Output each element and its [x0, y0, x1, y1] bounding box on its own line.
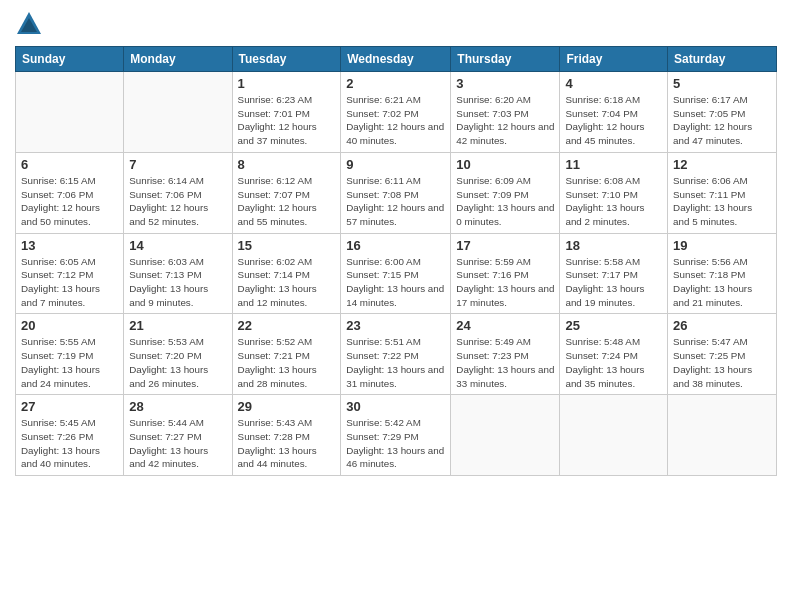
day-number: 10 — [456, 157, 554, 172]
calendar-day-cell: 28Sunrise: 5:44 AM Sunset: 7:27 PM Dayli… — [124, 395, 232, 476]
calendar-day-cell: 6Sunrise: 6:15 AM Sunset: 7:06 PM Daylig… — [16, 152, 124, 233]
day-info: Sunrise: 6:03 AM Sunset: 7:13 PM Dayligh… — [129, 255, 226, 310]
day-number: 12 — [673, 157, 771, 172]
day-info: Sunrise: 5:52 AM Sunset: 7:21 PM Dayligh… — [238, 335, 336, 390]
calendar-day-cell: 26Sunrise: 5:47 AM Sunset: 7:25 PM Dayli… — [668, 314, 777, 395]
calendar-week-row: 13Sunrise: 6:05 AM Sunset: 7:12 PM Dayli… — [16, 233, 777, 314]
calendar-day-cell: 8Sunrise: 6:12 AM Sunset: 7:07 PM Daylig… — [232, 152, 341, 233]
day-number: 27 — [21, 399, 118, 414]
day-info: Sunrise: 6:18 AM Sunset: 7:04 PM Dayligh… — [565, 93, 662, 148]
day-number: 5 — [673, 76, 771, 91]
day-info: Sunrise: 6:11 AM Sunset: 7:08 PM Dayligh… — [346, 174, 445, 229]
day-number: 24 — [456, 318, 554, 333]
day-number: 20 — [21, 318, 118, 333]
calendar-day-cell: 24Sunrise: 5:49 AM Sunset: 7:23 PM Dayli… — [451, 314, 560, 395]
calendar-week-row: 1Sunrise: 6:23 AM Sunset: 7:01 PM Daylig… — [16, 72, 777, 153]
calendar-week-row: 20Sunrise: 5:55 AM Sunset: 7:19 PM Dayli… — [16, 314, 777, 395]
calendar-day-cell — [451, 395, 560, 476]
day-info: Sunrise: 6:23 AM Sunset: 7:01 PM Dayligh… — [238, 93, 336, 148]
weekday-header: Tuesday — [232, 47, 341, 72]
day-info: Sunrise: 5:59 AM Sunset: 7:16 PM Dayligh… — [456, 255, 554, 310]
day-number: 21 — [129, 318, 226, 333]
weekday-row: SundayMondayTuesdayWednesdayThursdayFrid… — [16, 47, 777, 72]
calendar-day-cell: 19Sunrise: 5:56 AM Sunset: 7:18 PM Dayli… — [668, 233, 777, 314]
calendar-day-cell: 15Sunrise: 6:02 AM Sunset: 7:14 PM Dayli… — [232, 233, 341, 314]
day-info: Sunrise: 6:05 AM Sunset: 7:12 PM Dayligh… — [21, 255, 118, 310]
logo — [15, 10, 47, 38]
header — [15, 10, 777, 38]
day-number: 8 — [238, 157, 336, 172]
calendar-day-cell: 29Sunrise: 5:43 AM Sunset: 7:28 PM Dayli… — [232, 395, 341, 476]
calendar-day-cell — [16, 72, 124, 153]
day-number: 23 — [346, 318, 445, 333]
calendar-day-cell: 16Sunrise: 6:00 AM Sunset: 7:15 PM Dayli… — [341, 233, 451, 314]
calendar-day-cell — [668, 395, 777, 476]
day-info: Sunrise: 6:20 AM Sunset: 7:03 PM Dayligh… — [456, 93, 554, 148]
day-number: 2 — [346, 76, 445, 91]
day-number: 4 — [565, 76, 662, 91]
calendar-day-cell: 10Sunrise: 6:09 AM Sunset: 7:09 PM Dayli… — [451, 152, 560, 233]
calendar-day-cell: 5Sunrise: 6:17 AM Sunset: 7:05 PM Daylig… — [668, 72, 777, 153]
day-info: Sunrise: 6:21 AM Sunset: 7:02 PM Dayligh… — [346, 93, 445, 148]
day-info: Sunrise: 5:55 AM Sunset: 7:19 PM Dayligh… — [21, 335, 118, 390]
calendar-body: 1Sunrise: 6:23 AM Sunset: 7:01 PM Daylig… — [16, 72, 777, 476]
calendar-day-cell: 3Sunrise: 6:20 AM Sunset: 7:03 PM Daylig… — [451, 72, 560, 153]
day-number: 11 — [565, 157, 662, 172]
calendar-day-cell: 22Sunrise: 5:52 AM Sunset: 7:21 PM Dayli… — [232, 314, 341, 395]
calendar-table: SundayMondayTuesdayWednesdayThursdayFrid… — [15, 46, 777, 476]
calendar-day-cell: 25Sunrise: 5:48 AM Sunset: 7:24 PM Dayli… — [560, 314, 668, 395]
calendar-day-cell: 13Sunrise: 6:05 AM Sunset: 7:12 PM Dayli… — [16, 233, 124, 314]
day-info: Sunrise: 5:43 AM Sunset: 7:28 PM Dayligh… — [238, 416, 336, 471]
calendar-day-cell: 2Sunrise: 6:21 AM Sunset: 7:02 PM Daylig… — [341, 72, 451, 153]
day-number: 3 — [456, 76, 554, 91]
calendar-day-cell: 12Sunrise: 6:06 AM Sunset: 7:11 PM Dayli… — [668, 152, 777, 233]
calendar-day-cell: 23Sunrise: 5:51 AM Sunset: 7:22 PM Dayli… — [341, 314, 451, 395]
day-number: 28 — [129, 399, 226, 414]
calendar-day-cell: 21Sunrise: 5:53 AM Sunset: 7:20 PM Dayli… — [124, 314, 232, 395]
day-number: 22 — [238, 318, 336, 333]
calendar-day-cell: 11Sunrise: 6:08 AM Sunset: 7:10 PM Dayli… — [560, 152, 668, 233]
calendar-day-cell: 1Sunrise: 6:23 AM Sunset: 7:01 PM Daylig… — [232, 72, 341, 153]
day-info: Sunrise: 5:58 AM Sunset: 7:17 PM Dayligh… — [565, 255, 662, 310]
calendar-day-cell: 17Sunrise: 5:59 AM Sunset: 7:16 PM Dayli… — [451, 233, 560, 314]
calendar-day-cell: 9Sunrise: 6:11 AM Sunset: 7:08 PM Daylig… — [341, 152, 451, 233]
day-number: 26 — [673, 318, 771, 333]
day-info: Sunrise: 5:53 AM Sunset: 7:20 PM Dayligh… — [129, 335, 226, 390]
day-info: Sunrise: 6:06 AM Sunset: 7:11 PM Dayligh… — [673, 174, 771, 229]
day-number: 18 — [565, 238, 662, 253]
day-info: Sunrise: 6:09 AM Sunset: 7:09 PM Dayligh… — [456, 174, 554, 229]
day-number: 17 — [456, 238, 554, 253]
calendar-day-cell: 7Sunrise: 6:14 AM Sunset: 7:06 PM Daylig… — [124, 152, 232, 233]
weekday-header: Sunday — [16, 47, 124, 72]
calendar-day-cell: 18Sunrise: 5:58 AM Sunset: 7:17 PM Dayli… — [560, 233, 668, 314]
day-info: Sunrise: 5:42 AM Sunset: 7:29 PM Dayligh… — [346, 416, 445, 471]
day-info: Sunrise: 6:08 AM Sunset: 7:10 PM Dayligh… — [565, 174, 662, 229]
day-number: 1 — [238, 76, 336, 91]
day-info: Sunrise: 5:48 AM Sunset: 7:24 PM Dayligh… — [565, 335, 662, 390]
day-info: Sunrise: 5:44 AM Sunset: 7:27 PM Dayligh… — [129, 416, 226, 471]
day-info: Sunrise: 5:51 AM Sunset: 7:22 PM Dayligh… — [346, 335, 445, 390]
day-info: Sunrise: 5:56 AM Sunset: 7:18 PM Dayligh… — [673, 255, 771, 310]
day-number: 6 — [21, 157, 118, 172]
day-info: Sunrise: 6:17 AM Sunset: 7:05 PM Dayligh… — [673, 93, 771, 148]
calendar-header: SundayMondayTuesdayWednesdayThursdayFrid… — [16, 47, 777, 72]
day-info: Sunrise: 6:15 AM Sunset: 7:06 PM Dayligh… — [21, 174, 118, 229]
day-number: 19 — [673, 238, 771, 253]
weekday-header: Thursday — [451, 47, 560, 72]
weekday-header: Friday — [560, 47, 668, 72]
calendar-day-cell: 30Sunrise: 5:42 AM Sunset: 7:29 PM Dayli… — [341, 395, 451, 476]
day-number: 16 — [346, 238, 445, 253]
day-info: Sunrise: 5:47 AM Sunset: 7:25 PM Dayligh… — [673, 335, 771, 390]
day-info: Sunrise: 6:00 AM Sunset: 7:15 PM Dayligh… — [346, 255, 445, 310]
day-info: Sunrise: 6:12 AM Sunset: 7:07 PM Dayligh… — [238, 174, 336, 229]
day-number: 15 — [238, 238, 336, 253]
day-number: 30 — [346, 399, 445, 414]
calendar-week-row: 6Sunrise: 6:15 AM Sunset: 7:06 PM Daylig… — [16, 152, 777, 233]
calendar-day-cell: 14Sunrise: 6:03 AM Sunset: 7:13 PM Dayli… — [124, 233, 232, 314]
day-info: Sunrise: 6:14 AM Sunset: 7:06 PM Dayligh… — [129, 174, 226, 229]
main-container: SundayMondayTuesdayWednesdayThursdayFrid… — [0, 0, 792, 486]
day-info: Sunrise: 5:45 AM Sunset: 7:26 PM Dayligh… — [21, 416, 118, 471]
day-info: Sunrise: 6:02 AM Sunset: 7:14 PM Dayligh… — [238, 255, 336, 310]
weekday-header: Saturday — [668, 47, 777, 72]
day-number: 7 — [129, 157, 226, 172]
